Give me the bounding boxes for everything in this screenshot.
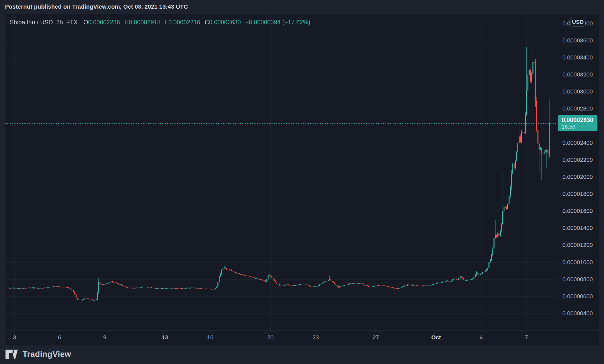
price-axis[interactable]: USD 0.00002630 16:50 0.000038000.0000360… (557, 14, 599, 330)
high-value: 0.00002918 (129, 19, 161, 26)
ohlc-high: H0.00002918 (124, 19, 161, 26)
current-price-label: 0.00002630 16:50 (558, 115, 597, 131)
price-tick: 0.00000600 (562, 293, 593, 300)
price-tick: 0.00003000 (562, 88, 593, 95)
chart-panel: Shiba Inu / USD, 2h, FTX O0.00002236 H0.… (5, 14, 599, 345)
tradingview-logo[interactable]: TradingView (6, 350, 71, 359)
tradingview-logo-text: TradingView (23, 350, 71, 359)
price-tick: 0.00001600 (562, 208, 593, 214)
price-tick: 0.00001200 (562, 242, 593, 249)
time-tick: 4 (468, 334, 494, 341)
logo-v-shape (13, 350, 18, 359)
time-tick: 6 (47, 334, 73, 341)
price-tick: 0.00001000 (562, 259, 593, 266)
footer: TradingView (6, 349, 71, 360)
ohlc-close: C0.00002630 (205, 19, 241, 26)
price-tick: 0.00003600 (562, 37, 593, 44)
close-value: 0.00002630 (209, 19, 241, 26)
chart-legend: Shiba Inu / USD, 2h, FTX O0.00002236 H0.… (10, 19, 310, 26)
low-value: 0.00002216 (168, 19, 200, 26)
time-tick: 13 (152, 334, 178, 341)
publish-text: Posternut published on TradingView.com, … (5, 3, 188, 10)
publish-bar: Posternut published on TradingView.com, … (0, 0, 604, 14)
price-tick: 0.00002000 (562, 174, 593, 180)
tradingview-logo-icon (6, 350, 19, 359)
time-tick: 16 (197, 334, 223, 341)
price-tick: 0.00003400 (562, 54, 593, 61)
time-tick: 9 (92, 334, 118, 341)
candlestick-plot[interactable] (5, 14, 557, 330)
price-tick: 0.00001400 (562, 225, 593, 231)
price-tick: 0.00003200 (562, 71, 593, 78)
open-label: O (84, 19, 88, 26)
price-tick: 0.00002400 (562, 140, 593, 146)
high-label: H (124, 19, 129, 26)
time-tick: 23 (303, 334, 329, 341)
price-tick: 0.00002800 (562, 105, 593, 112)
price-tick: 0.00000400 (562, 310, 593, 317)
price-tick: 0.00001800 (562, 191, 593, 197)
time-tick: 20 (257, 334, 283, 341)
time-tick: 27 (363, 334, 389, 341)
time-tick: 3 (1, 334, 28, 341)
time-tick: 7 (513, 334, 540, 341)
candle-countdown: 16:50 (562, 124, 597, 130)
ohlc-low: L0.00002216 (165, 19, 200, 26)
ohlc-open: O0.00002236 (84, 19, 120, 26)
currency-toggle-button[interactable]: USD (570, 17, 585, 27)
logo-t-shape (6, 350, 13, 359)
time-axis[interactable]: 3691316202327Oct47 (5, 330, 599, 345)
time-tick: Oct (423, 334, 449, 341)
current-price-value: 0.00002630 (562, 117, 597, 124)
price-tick: 0.00000800 (562, 276, 593, 283)
change-value: +0.00000394 (+17.62%) (245, 19, 310, 26)
close-label: C (205, 19, 209, 26)
symbol-title: Shiba Inu / USD, 2h, FTX (10, 19, 78, 26)
price-tick: 0.00002200 (562, 157, 593, 163)
open-value: 0.00002236 (88, 19, 120, 26)
low-label: L (165, 19, 168, 26)
